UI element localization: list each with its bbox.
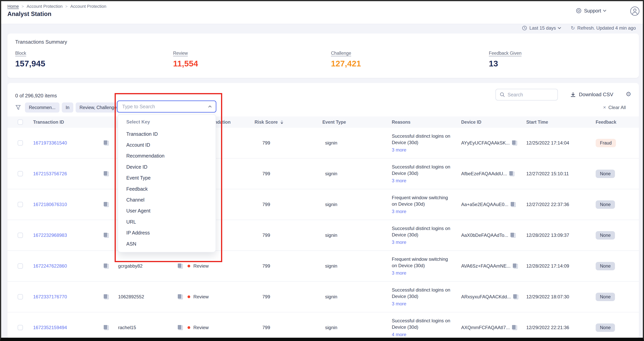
reason-text: Successful distinct logins on Device (30… [392, 133, 450, 145]
filter-funnel-icon [15, 105, 21, 110]
search-input[interactable] [508, 92, 550, 98]
row-checkbox[interactable] [18, 202, 23, 207]
stat-challenge-label[interactable]: Challenge [331, 51, 351, 56]
copy-icon[interactable] [104, 325, 109, 330]
recommendation: Review [193, 325, 209, 330]
row-checkbox[interactable] [18, 233, 23, 238]
more-reasons-link[interactable]: 3 more [392, 177, 406, 184]
more-reasons-link[interactable]: 4 more [392, 331, 406, 338]
refresh-icon: ↻ [571, 25, 575, 31]
user-avatar-icon[interactable] [630, 6, 640, 16]
filter-operator-chip[interactable]: In [62, 102, 73, 113]
more-reasons-link[interactable]: 3 more [392, 270, 406, 276]
filter-value-chip[interactable]: Review, Challenge [76, 102, 121, 113]
reason-text: Successful distinct logins on Device (30… [392, 164, 450, 176]
risk-score: 799 [262, 325, 270, 330]
start-time: 12/25/2022 17:14:04 [526, 140, 569, 146]
items-count: 0 of 296,920 items [15, 93, 57, 99]
feedback-badge: None [596, 231, 615, 240]
dropdown-option-transaction-id[interactable]: Transaction ID [126, 129, 216, 139]
copy-icon[interactable] [512, 140, 517, 145]
copy-icon[interactable] [104, 233, 109, 238]
copy-icon[interactable] [178, 264, 183, 269]
filter-key-combobox[interactable] [117, 100, 216, 113]
select-all-checkbox[interactable] [18, 119, 23, 125]
col-event-type: Event Type [316, 120, 386, 125]
transaction-id-link[interactable]: 1672153756726 [33, 171, 67, 176]
breadcrumb-account-protection-2[interactable]: Account Protection [70, 4, 106, 9]
device-id: ARxsyxuFAQAACKdd... [461, 294, 511, 300]
dropdown-option-recommendation[interactable]: Recommendation [126, 151, 216, 161]
col-risk-score[interactable]: Risk Score [248, 120, 316, 125]
table-row: 1672247622860 gcrgabby82 Review 799 sign… [8, 251, 639, 282]
dropdown-option-device-id[interactable]: Device ID [126, 161, 216, 172]
stat-review-label[interactable]: Review [173, 51, 188, 56]
feedback-badge: None [596, 170, 615, 178]
more-reasons-link[interactable]: 3 more [392, 239, 406, 246]
copy-icon[interactable] [512, 325, 517, 330]
transactions-summary-card: Transactions Summary Block 157,945 Revie… [8, 33, 639, 78]
copy-icon[interactable] [104, 140, 109, 145]
breadcrumb-account-protection[interactable]: Account Protection [26, 4, 62, 9]
dropdown-option-account-id[interactable]: Account ID [126, 139, 216, 150]
transaction-id-link[interactable]: 1672337176770 [33, 294, 67, 300]
reason-text: Frequent window switching on Device (30d… [392, 257, 448, 268]
dropdown-option-user-agent[interactable]: User Agent [126, 205, 216, 216]
copy-icon[interactable] [513, 294, 518, 299]
sort-arrows-icon[interactable] [280, 120, 283, 124]
row-checkbox[interactable] [18, 263, 23, 269]
breadcrumb-home[interactable]: Home [8, 4, 19, 9]
dropdown-option-url[interactable]: URL [126, 216, 216, 227]
clear-all-button[interactable]: × Clear All [603, 104, 626, 110]
row-checkbox[interactable] [18, 171, 23, 176]
transaction-id-link[interactable]: 1671973361540 [33, 140, 67, 146]
copy-icon[interactable] [104, 202, 109, 207]
risk-score: 799 [262, 294, 270, 300]
risk-score: 799 [262, 202, 270, 207]
account-id: gcrgabby82 [118, 263, 142, 269]
key-search-input[interactable] [122, 104, 209, 109]
row-checkbox[interactable] [18, 294, 23, 300]
row-checkbox[interactable] [18, 140, 23, 146]
table-search[interactable] [496, 89, 558, 100]
transaction-id-link[interactable]: 1672232968983 [33, 233, 67, 238]
dropdown-option-feedback[interactable]: Feedback [126, 183, 216, 194]
transaction-id-link[interactable]: 1672247622860 [33, 263, 67, 269]
settings-gear-icon[interactable]: ⚙ [626, 90, 631, 98]
copy-icon[interactable] [511, 202, 516, 207]
copy-icon[interactable] [510, 233, 516, 238]
col-transaction-id: Transaction ID [27, 120, 118, 125]
start-time: 12/28/2022 13:09:37 [526, 233, 569, 238]
copy-icon[interactable] [509, 171, 514, 176]
dropdown-option-ip-address[interactable]: IP Address [126, 228, 216, 238]
dropdown-option-channel[interactable]: Channel [126, 194, 216, 205]
dropdown-option-asn[interactable]: ASN [126, 238, 216, 249]
dropdown-option-event-type[interactable]: Event Type [126, 173, 216, 183]
transaction-id-link[interactable]: 1672180676310 [33, 202, 67, 207]
copy-icon[interactable] [178, 325, 183, 330]
copy-icon[interactable] [104, 294, 109, 299]
more-reasons-link[interactable]: 3 more [392, 301, 406, 307]
row-checkbox[interactable] [18, 325, 23, 330]
more-reasons-link[interactable]: 3 more [392, 208, 406, 215]
event-type: signin [325, 140, 338, 146]
transaction-id-link[interactable]: 1672352159494 [33, 325, 67, 330]
download-csv-button[interactable]: Download CSV [570, 91, 613, 98]
support-menu[interactable]: Support [576, 8, 606, 14]
start-time: 12/27/2022 22:37:36 [526, 202, 569, 207]
copy-icon[interactable] [104, 264, 109, 269]
date-range-selector[interactable]: Last 15 days [522, 25, 560, 31]
refresh-button[interactable]: ↻ Refresh. Updated 4 min ago [571, 25, 636, 31]
start-time: 12/29/2022 22:21:36 [526, 325, 569, 330]
filter-key-chip[interactable]: Recommen... [25, 102, 60, 113]
stat-block-label[interactable]: Block [15, 51, 26, 56]
copy-icon[interactable] [104, 171, 109, 176]
copy-icon[interactable] [178, 294, 183, 299]
start-time: 12/28/2022 17:14:09 [526, 263, 569, 269]
table-row: 1672352159494 rachel15 Review 799 signin… [8, 312, 639, 339]
copy-icon[interactable] [513, 264, 518, 269]
dropdown-group-label: Select Key [126, 119, 216, 129]
stat-feedback-given-label[interactable]: Feedback Given [489, 51, 522, 56]
event-type: signin [325, 325, 338, 330]
more-reasons-link[interactable]: 3 more [392, 147, 406, 153]
